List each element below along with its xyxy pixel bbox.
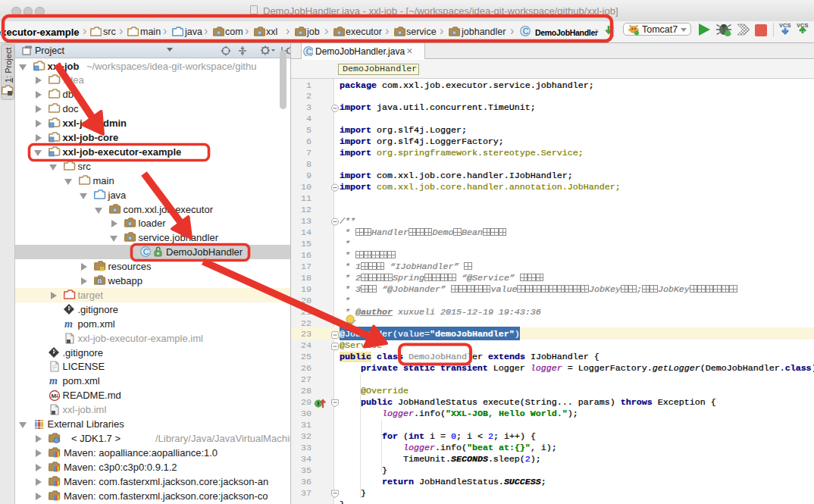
svg-text:1: 1 xyxy=(612,33,615,37)
svg-text:VCS: VCS xyxy=(779,22,791,29)
